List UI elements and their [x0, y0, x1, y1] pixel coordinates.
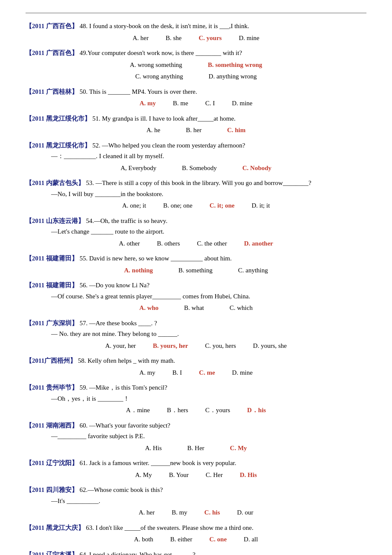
question-block-51: 【2011 黑龙江绥化市】 51. My grandpa is ill. I h…	[26, 113, 366, 136]
question-line1: 【2011 内蒙古包头】 53. —There is still a copy …	[26, 178, 366, 189]
option-1: B. others	[157, 238, 180, 249]
options-row: A. one; itB. one; oneC. it; oneD. it; it	[26, 200, 366, 211]
question-block-58: 【2011广西梧州】 58. Kelly often helps _ with …	[26, 356, 366, 378]
option-3: D. our	[237, 507, 253, 518]
option-0: A. wrong something	[130, 60, 182, 71]
option-3: D. His	[240, 470, 257, 481]
option-3: D. yours, she	[253, 341, 287, 352]
question-text: —Mike，is this Tom's pencil?	[87, 384, 167, 391]
question-tag: 【2011 广西百色】	[26, 23, 78, 29]
question-tag: 【2011 福建莆田】	[26, 282, 78, 289]
question-number: 58.	[76, 357, 86, 364]
option-0: A．mine	[126, 405, 150, 416]
option-1: B. yours, her	[153, 341, 188, 352]
question-tag: 【2011 广东深圳】	[26, 320, 78, 327]
option-1: B. either	[170, 534, 193, 545]
question-block-60: 【2011 湖南湘西】 60. —What's your favorite su…	[26, 420, 366, 454]
option-2: C. yours	[199, 33, 222, 44]
options-row: A. heB. herC. him	[26, 125, 366, 136]
question-line2: —_________ favorite subject is P.E.	[26, 431, 366, 442]
option-1: B. Your	[169, 470, 188, 481]
option-2: C. Her	[206, 470, 223, 481]
option-0: A. His	[145, 443, 161, 454]
question-line1: 【2011 山东连云港】 54.—Oh, the traffic is so h…	[26, 216, 366, 227]
option-1: B. what	[184, 303, 204, 314]
question-number: 64.	[78, 551, 88, 555]
option-3: D. mine	[232, 98, 252, 109]
question-number: 49.	[78, 49, 88, 56]
option-3: D. mine	[239, 33, 259, 44]
option-2: C. him	[227, 125, 245, 136]
question-tag: 【2011 辽宁沈阳】	[26, 460, 78, 466]
option-2: C．yours	[205, 405, 230, 416]
question-number: 51.	[91, 115, 101, 122]
question-text: —Who helped you clean the room yesterday…	[100, 142, 245, 149]
question-tag: 【2011 辽宁本溪】	[26, 551, 78, 555]
option-2: C. wrong anything	[135, 71, 183, 82]
question-number: 59.	[78, 384, 88, 391]
question-text: Your computer doesn't work now, is there…	[87, 49, 242, 56]
question-line1: 【2011广西梧州】 58. Kelly often helps _ with …	[26, 356, 366, 367]
options-row-1: A. wrong somethingB. something wrong	[26, 60, 366, 71]
question-line1: 【2011 广西桂林】 50. This is _______ MP4. You…	[26, 87, 366, 98]
option-2: C. me	[199, 367, 215, 379]
question-line2: — No. they are not mine. They belong to …	[26, 329, 366, 340]
question-text: I found a story-book on the desk, it isn…	[87, 23, 249, 29]
options-row: A. MyB. YourC. HerD. His	[26, 470, 366, 481]
option-2: C. the other	[197, 238, 227, 249]
options-row: A. whoB. whatC. which	[26, 303, 366, 314]
options-row: A. myB. IC. meD. mine	[26, 367, 366, 379]
question-text: —There is still a copy of this book in t…	[94, 179, 311, 186]
question-tag: 【2011 福建莆田】	[26, 255, 78, 262]
question-text: I need a dictionary. Who has got ______?	[87, 551, 195, 555]
question-number: 57.	[78, 320, 88, 327]
question-text: David is new here, so we know __________…	[87, 255, 231, 262]
question-block-55: 【2011 福建莆田】 55. David is new here, so we…	[26, 253, 366, 276]
question-text: —Are these books ____. ?	[87, 320, 157, 327]
top-divider	[26, 13, 366, 13]
option-1: B. one; one	[163, 200, 193, 211]
option-0: A. her	[133, 33, 149, 44]
question-tag: 【2011 广西百色】	[26, 49, 78, 56]
option-2: C. one	[209, 534, 227, 545]
question-block-59: 【2011 贵州毕节】 59. —Mike，is this Tom's penc…	[26, 382, 366, 416]
option-3: D．his	[247, 405, 266, 416]
question-line2: —No, I will buy ________in the bookstore…	[26, 189, 366, 200]
option-1: B. Somebody	[182, 163, 217, 174]
questions-container: 【2011 广西百色】 48. I found a story-book on …	[26, 21, 366, 555]
options-row: A. herB. sheC. yoursD. mine	[26, 33, 366, 44]
question-tag: 【2011 湖南湘西】	[26, 422, 78, 429]
question-line1: 【2011 黑龙江大庆】 63. I don't like _____of th…	[26, 523, 366, 534]
question-line1: 【2011 福建莆田】 56. —Do you know Li Na?	[26, 280, 366, 291]
options-row-2: C. wrong anythingD. anything wrong	[26, 71, 366, 82]
option-1: B. she	[166, 33, 182, 44]
question-number: 50.	[78, 88, 88, 95]
options-row: A．mineB．hersC．yoursD．his	[26, 405, 366, 416]
options-row: A. your, herB. yours, herC. you, hersD. …	[26, 341, 366, 352]
question-block-53: 【2011 内蒙古包头】 53. —There is still a copy …	[26, 178, 366, 211]
option-1: B. something wrong	[208, 60, 262, 71]
question-text: Kelly often helps _ with my math.	[86, 357, 175, 364]
question-text: —Do you know Li Na?	[87, 282, 149, 289]
option-0: A. my	[139, 367, 156, 379]
question-number: 61.	[78, 460, 88, 466]
question-block-57: 【2011 广东深圳】 57. —Are these books ____. ?…	[26, 318, 366, 352]
question-text: My grandpa is ill. I have to look after_…	[100, 115, 235, 122]
question-block-61: 【2011 辽宁沈阳】 61. Jack is a famous writer.…	[26, 458, 366, 480]
question-block-62: 【2011 四川雅安】 62.—Whose comic book is this…	[26, 485, 366, 518]
question-number: 53.	[84, 179, 94, 186]
option-3: D. anything wrong	[209, 71, 257, 82]
option-3: D. another	[244, 238, 273, 249]
question-tag: 【2011 黑龙江绥化市】	[26, 142, 91, 149]
question-number: 54.	[84, 217, 94, 224]
question-block-50: 【2011 广西桂林】 50. This is _______ MP4. You…	[26, 87, 366, 109]
question-number: 55.	[78, 255, 88, 262]
option-3: D. it; it	[251, 200, 270, 211]
question-line1: 【2011 湖南湘西】 60. —What's your favorite su…	[26, 420, 366, 431]
options-row: A. herB. myC. hisD. our	[26, 507, 366, 518]
option-1: B. me	[173, 98, 188, 109]
question-text: Jack is a famous writer. ______new book …	[87, 460, 236, 466]
question-tag: 【2011广西梧州】	[26, 357, 76, 364]
option-0: A. My	[135, 470, 152, 481]
option-1: B. something	[179, 265, 213, 276]
